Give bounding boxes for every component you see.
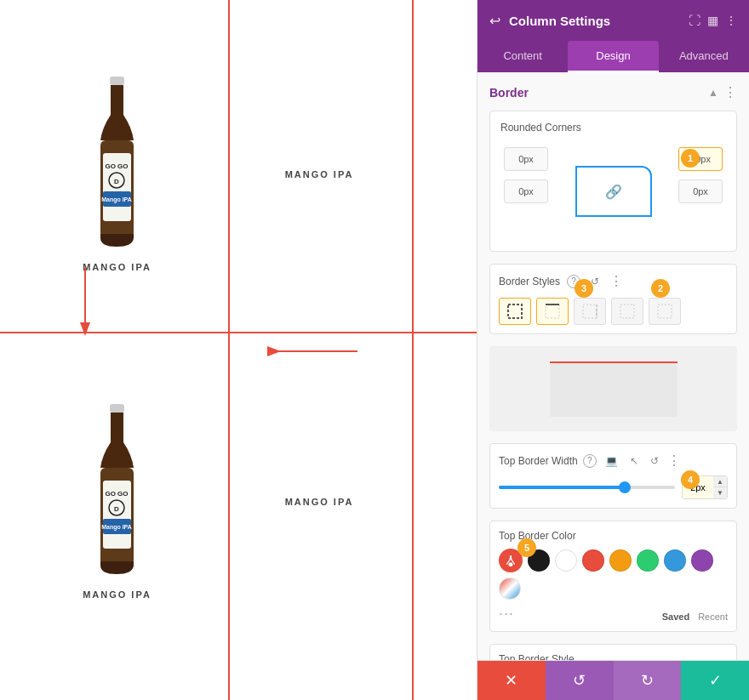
arrow-down xyxy=(60,264,128,340)
chevron-up-icon[interactable]: ▲ xyxy=(708,87,718,99)
more-colors-dots[interactable]: ··· xyxy=(499,605,514,623)
slider-arrows: ▲ ▼ xyxy=(713,476,727,498)
width-more-icon[interactable]: ⋮ xyxy=(667,452,681,469)
border-styles-section: Border Styles ? ↺ ⋮ xyxy=(489,264,737,334)
swatch-orange[interactable] xyxy=(609,549,632,572)
svg-text:GO GO: GO GO xyxy=(105,162,128,170)
swatch-white[interactable] xyxy=(555,549,577,572)
svg-rect-23 xyxy=(546,304,559,318)
expand-icon[interactable]: ⛶ xyxy=(689,14,700,27)
bs-options xyxy=(499,298,728,325)
corner-box: 🔗 xyxy=(575,166,652,217)
saved-recent: Saved Recent xyxy=(662,612,728,622)
rounded-corners-label: Rounded Corners xyxy=(500,122,726,134)
saved-label[interactable]: Saved xyxy=(662,612,689,622)
decrement-btn[interactable]: ▼ xyxy=(713,487,727,498)
bottle-svg-2: GO GO D Mango IPA xyxy=(85,404,149,583)
tab-advanced[interactable]: Advanced xyxy=(659,41,749,72)
bottle-top-left: GO GO D Mango IPA xyxy=(85,77,149,255)
swatch-blue[interactable] xyxy=(664,549,686,572)
swatch-purple[interactable] xyxy=(691,549,713,572)
panel-body: Border ▲ ⋮ Rounded Corners 🔗 xyxy=(477,72,749,660)
bottle-bottom-left: GO GO D Mango IPA xyxy=(85,404,149,583)
color-swatches xyxy=(499,549,728,600)
cancel-button[interactable]: ✕ xyxy=(477,661,546,700)
top-right-cell: MANGO IPA xyxy=(230,17,409,332)
badge-1: 1 xyxy=(681,149,700,168)
swatch-green[interactable] xyxy=(637,549,659,572)
col2-label-bottom: MANGO IPA xyxy=(285,497,354,507)
bottle-svg: GO GO D Mango IPA xyxy=(85,77,149,255)
panel-header-icons: ⛶ ▦ ⋮ xyxy=(689,14,737,27)
col1-label-bottom: MANGO IPA xyxy=(83,589,152,600)
svg-rect-27 xyxy=(620,304,634,318)
recent-label[interactable]: Recent xyxy=(698,612,728,622)
border-section-header: Border ▲ ⋮ xyxy=(489,84,737,100)
slider-thumb[interactable] xyxy=(619,481,631,493)
border-styles-label: Border Styles xyxy=(499,276,560,287)
tab-design[interactable]: Design xyxy=(568,41,658,72)
badge-2: 2 xyxy=(651,279,670,298)
svg-text:GO GO: GO GO xyxy=(105,490,128,498)
color-section: Top Border Color xyxy=(489,521,737,632)
width-reset-icon[interactable]: ↺ xyxy=(647,453,662,469)
all-borders-icon xyxy=(506,303,523,320)
slider-track[interactable] xyxy=(499,486,675,489)
width-label: Top Border Width xyxy=(499,455,578,467)
border-left-btn[interactable] xyxy=(649,298,681,325)
top-border-icon xyxy=(544,303,561,320)
svg-rect-28 xyxy=(658,304,672,318)
increment-btn[interactable]: ▲ xyxy=(713,476,727,487)
swatch-red[interactable] xyxy=(582,549,604,572)
bs-header: Border Styles ? ↺ ⋮ xyxy=(499,273,728,289)
corner-top-left[interactable] xyxy=(504,147,548,171)
border-section-title: Border xyxy=(489,86,529,100)
svg-text:Mango IPA: Mango IPA xyxy=(101,196,132,203)
corner-bottom-right[interactable] xyxy=(678,179,723,203)
panel-footer: ✕ ↺ ↻ ✓ xyxy=(477,660,749,700)
badge-3: 3 xyxy=(575,279,593,298)
link-icon[interactable]: 🔗 xyxy=(605,184,622,200)
width-help-icon[interactable]: ? xyxy=(583,454,597,468)
rounded-corners-widget: Rounded Corners 🔗 xyxy=(489,111,737,252)
bottom-border-icon xyxy=(619,303,636,320)
tab-content[interactable]: Content xyxy=(477,41,568,72)
col2-label-top: MANGO IPA xyxy=(285,169,354,179)
border-bottom-btn[interactable] xyxy=(611,298,643,325)
panel-tabs: Content Design Advanced xyxy=(477,41,749,72)
svg-rect-0 xyxy=(110,77,124,85)
section-more-icon[interactable]: ⋮ xyxy=(723,84,737,100)
border-preview xyxy=(489,346,737,431)
panel-header: ↩ Column Settings ⛶ ▦ ⋮ xyxy=(477,0,749,41)
corner-preview: 🔗 xyxy=(567,157,660,225)
bottom-left-cell: GO GO D Mango IPA MANGO IPA xyxy=(9,340,226,663)
svg-text:D: D xyxy=(114,178,119,185)
svg-rect-1 xyxy=(111,85,123,115)
left-border-icon xyxy=(656,303,673,320)
width-pointer-icon[interactable]: ↖ xyxy=(626,453,642,469)
confirm-button[interactable]: ✓ xyxy=(681,661,749,700)
border-style-label: Top Border Style xyxy=(499,653,728,660)
border-preview-box xyxy=(550,361,678,417)
border-all-btn[interactable] xyxy=(499,298,531,325)
bs-more-icon[interactable]: ⋮ xyxy=(609,273,623,289)
svg-rect-25 xyxy=(583,304,597,318)
badge-5: 5 xyxy=(517,538,536,557)
more-icon[interactable]: ⋮ xyxy=(725,14,737,27)
section-controls: ▲ ⋮ xyxy=(708,84,737,100)
bottom-right-cell: MANGO IPA xyxy=(230,340,409,663)
border-right-btn[interactable] xyxy=(574,298,606,325)
svg-rect-13 xyxy=(110,404,124,413)
vertical-divider-2 xyxy=(412,0,414,700)
svg-text:Mango IPA: Mango IPA xyxy=(101,524,132,531)
undo-button[interactable]: ↺ xyxy=(546,661,614,700)
border-style-section: Top Border Style Solid Dashed Dotted Dou… xyxy=(489,644,737,660)
width-device-icon[interactable]: 💻 xyxy=(602,453,621,469)
svg-rect-22 xyxy=(508,304,522,318)
swatch-custom[interactable] xyxy=(499,578,521,600)
back-icon[interactable]: ↩ xyxy=(489,13,500,29)
border-top-btn[interactable] xyxy=(536,298,569,325)
corner-bottom-left[interactable] xyxy=(504,179,548,203)
redo-button[interactable]: ↻ xyxy=(614,661,682,700)
columns-icon[interactable]: ▦ xyxy=(707,14,718,27)
